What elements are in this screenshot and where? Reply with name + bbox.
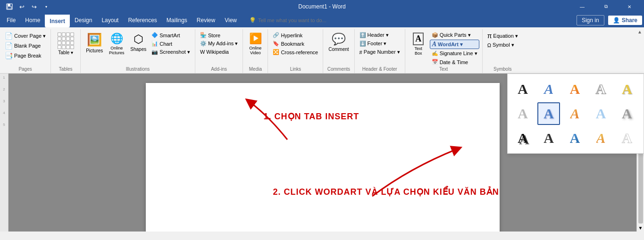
wordart-dropdown-panel: A A A A A A A A A bbox=[507, 74, 644, 154]
shapes-button[interactable]: ⬡ Shapes bbox=[128, 31, 149, 53]
addins-icon: ⚙️ bbox=[200, 41, 207, 47]
comment-button[interactable]: 💬 Comment bbox=[326, 31, 351, 53]
wordart-style-4[interactable]: A bbox=[590, 78, 612, 100]
blank-page-icon: 📄 bbox=[5, 42, 13, 50]
textbox-icon: A bbox=[413, 33, 424, 45]
title-bar: ↩ ↪ ▾ Document1 - Word — ⧉ ✕ bbox=[0, 0, 644, 13]
cover-page-icon: 📄 bbox=[5, 32, 13, 40]
textbox-button[interactable]: A TextBox bbox=[408, 31, 429, 57]
menu-layout[interactable]: Layout bbox=[97, 13, 123, 27]
ribbon-group-symbols: π Equation ▾ Ω Symbol ▾ Symbols bbox=[483, 29, 523, 73]
wordart-style-12[interactable]: A bbox=[537, 127, 560, 149]
my-addins-button[interactable]: ⚙️ My Add-ins ▾ bbox=[198, 40, 240, 48]
menu-right-actions: Sign in 👤 Share bbox=[577, 13, 642, 27]
header-icon: ⬆️ bbox=[360, 32, 366, 38]
document-page[interactable]: 1. Chọn Tab Insert 2. Click WordArt và l… bbox=[146, 83, 500, 232]
menu-mailings[interactable]: Mailings bbox=[162, 13, 192, 27]
menu-design[interactable]: Design bbox=[70, 13, 97, 27]
pages-group-label: Pages bbox=[18, 66, 32, 73]
wordart-style-5[interactable]: A bbox=[616, 78, 638, 100]
wordart-style-13[interactable]: A bbox=[563, 127, 586, 149]
cover-page-button[interactable]: 📄 Cover Page ▾ bbox=[3, 31, 48, 41]
online-video-button[interactable]: ▶️ OnlineVideo bbox=[246, 31, 265, 57]
date-time-button[interactable]: 📅 Date & Time bbox=[430, 58, 479, 66]
customize-button[interactable]: ▾ bbox=[41, 1, 52, 12]
wikipedia-button[interactable]: W Wikipedia bbox=[198, 48, 240, 56]
minimize-button[interactable]: — bbox=[571, 0, 593, 13]
scroll-down-button[interactable]: ▼ bbox=[637, 224, 644, 232]
menu-home[interactable]: Home bbox=[20, 13, 45, 27]
cross-reference-icon: 🔀 bbox=[273, 49, 279, 55]
wordart-style-8[interactable]: A bbox=[563, 102, 586, 125]
menu-references[interactable]: References bbox=[123, 13, 161, 27]
table-button[interactable]: Table ▾ bbox=[54, 31, 77, 57]
menu-file[interactable]: File bbox=[2, 13, 20, 27]
header-button[interactable]: ⬆️ Header ▾ bbox=[358, 31, 402, 39]
comments-group-label: Comments bbox=[327, 66, 350, 73]
symbol-button[interactable]: Ω Symbol ▾ bbox=[485, 41, 520, 49]
menu-insert[interactable]: Insert bbox=[45, 13, 70, 27]
chart-icon: 📊 bbox=[151, 41, 158, 47]
online-video-icon: ▶️ bbox=[249, 33, 262, 45]
tell-me-bar[interactable]: 💡 bbox=[245, 13, 337, 27]
wordart-style-1[interactable]: A bbox=[511, 78, 534, 100]
store-button[interactable]: 🏪 Store bbox=[198, 31, 240, 39]
save-button[interactable] bbox=[4, 1, 15, 12]
wordart-style-2[interactable]: A bbox=[537, 78, 560, 100]
wordart-button[interactable]: A WordArt ▾ bbox=[430, 40, 479, 49]
smartart-icon: 🔷 bbox=[151, 32, 158, 38]
media-group-label: Media bbox=[249, 66, 262, 73]
equation-button[interactable]: π Equation ▾ bbox=[485, 31, 520, 41]
wordart-style-15[interactable]: A bbox=[616, 127, 638, 149]
ribbon-group-illustrations: 🖼️ Pictures 🌐 OnlinePictures ⬡ Shapes 🔷 … bbox=[81, 29, 195, 73]
screenshot-icon: 📷 bbox=[151, 49, 158, 55]
arrow-2 bbox=[344, 140, 476, 210]
wordart-style-6[interactable]: A bbox=[511, 102, 534, 125]
bookmark-button[interactable]: 🔖 Bookmark bbox=[271, 40, 320, 48]
tables-group-label: Tables bbox=[59, 66, 73, 73]
ribbon: 📄 Cover Page ▾ 📄 Blank Page 📑 Page Break… bbox=[0, 27, 644, 74]
menu-view[interactable]: View bbox=[220, 13, 242, 27]
wikipedia-icon: W bbox=[200, 49, 205, 55]
smartart-button[interactable]: 🔷 SmartArt bbox=[150, 31, 192, 39]
menu-review[interactable]: Review bbox=[192, 13, 220, 27]
wordart-style-3[interactable]: A bbox=[563, 78, 586, 100]
redo-button[interactable]: ↪ bbox=[28, 1, 40, 12]
screenshot-button[interactable]: 📷 Screenshot ▾ bbox=[150, 48, 192, 56]
chart-button[interactable]: 📊 Chart bbox=[150, 40, 192, 48]
online-pictures-button[interactable]: 🌐 OnlinePictures bbox=[106, 31, 127, 57]
footer-button[interactable]: ⬇️ Footer ▾ bbox=[358, 40, 402, 48]
blank-page-button[interactable]: 📄 Blank Page bbox=[3, 41, 48, 50]
wordart-style-7[interactable]: A bbox=[537, 102, 560, 125]
quick-parts-button[interactable]: 📦 Quick Parts ▾ bbox=[430, 31, 479, 39]
page-number-button[interactable]: # Page Number ▾ bbox=[358, 48, 402, 56]
signature-icon: ✍️ bbox=[432, 50, 438, 57]
tell-me-input[interactable] bbox=[258, 17, 334, 23]
page-break-button[interactable]: 📑 Page Break bbox=[3, 51, 48, 60]
pictures-icon: 🖼️ bbox=[87, 33, 102, 47]
ribbon-group-pages: 📄 Cover Page ▾ 📄 Blank Page 📑 Page Break… bbox=[0, 29, 51, 73]
links-group-label: Links bbox=[290, 66, 301, 73]
illustrations-group-label: Illustrations bbox=[126, 66, 150, 73]
ribbon-group-text: A TextBox 📦 Quick Parts ▾ A WordArt ▾ ✍️… bbox=[405, 29, 483, 73]
wordart-style-10[interactable]: A bbox=[616, 102, 638, 125]
restore-button[interactable]: ⧉ bbox=[595, 0, 617, 13]
svg-rect-1 bbox=[8, 4, 10, 6]
sign-in-button[interactable]: Sign in bbox=[577, 15, 604, 25]
bookmark-icon: 🔖 bbox=[273, 41, 279, 47]
share-button[interactable]: 👤 Share bbox=[608, 16, 642, 25]
pictures-button[interactable]: 🖼️ Pictures bbox=[84, 31, 105, 55]
wordart-style-11[interactable]: A bbox=[511, 127, 534, 149]
wordart-style-9[interactable]: A bbox=[590, 102, 612, 125]
vertical-ruler: 1 2 3 4 5 bbox=[0, 74, 8, 232]
symbol-icon: Ω bbox=[487, 42, 491, 48]
signature-line-button[interactable]: ✍️ Signature Line ▾ bbox=[430, 50, 479, 58]
footer-icon: ⬇️ bbox=[360, 41, 366, 47]
cross-reference-button[interactable]: 🔀 Cross-reference bbox=[271, 48, 320, 56]
hyperlink-button[interactable]: 🔗 Hyperlink bbox=[271, 31, 320, 39]
close-button[interactable]: ✕ bbox=[619, 0, 640, 13]
collapse-ribbon-button[interactable]: ▲ bbox=[637, 29, 642, 34]
wordart-style-14[interactable]: A bbox=[590, 127, 612, 149]
equation-icon: π bbox=[487, 32, 492, 40]
undo-button[interactable]: ↩ bbox=[16, 1, 27, 12]
